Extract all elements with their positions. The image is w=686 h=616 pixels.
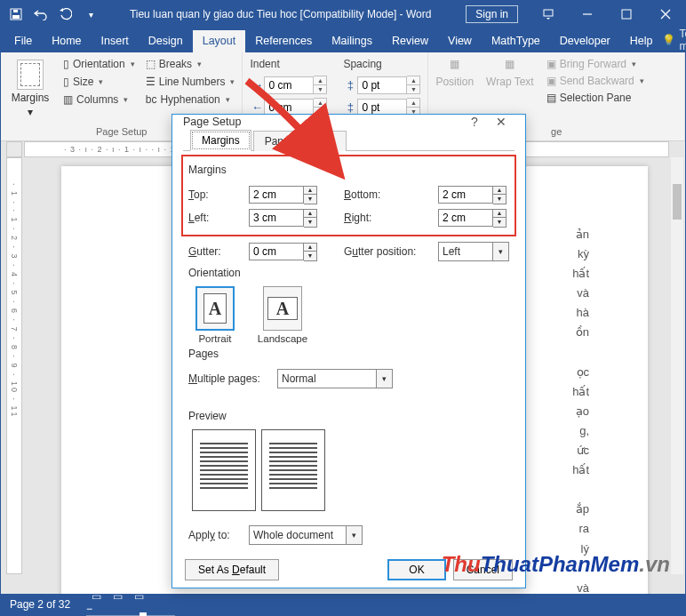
selection-pane-button[interactable]: ▤Selection Pane [546,92,644,104]
gutter-pos-label: Gutter position: [344,245,431,258]
maximize-icon[interactable] [607,1,646,28]
apply-to-label: Apply to: [188,529,242,541]
dialog-close-icon[interactable]: ✕ [488,115,514,129]
indent-label: Indent [250,58,327,70]
scroll-thumb[interactable] [673,184,682,220]
send-backward-button: ▣Send Backward▾ [546,75,644,87]
wrap-icon: ▦ [505,58,514,70]
undo-icon[interactable] [29,3,52,26]
tab-mathtype[interactable]: MathType [482,30,550,52]
margins-button[interactable]: Margins ▾ [8,56,52,118]
svg-rect-5 [622,10,631,19]
qat-customize-icon[interactable]: ▾ [79,3,102,26]
bring-forward-icon: ▣ [546,58,556,70]
ribbon-options-icon[interactable] [529,1,568,28]
set-default-button[interactable]: Set As Default [185,559,279,580]
minimize-icon[interactable] [568,1,607,28]
columns-icon: ▥ [63,93,73,106]
ribbon-tabs: File Home Insert Design Layout Reference… [1,28,685,52]
size-icon: ▯ [63,76,69,88]
bottom-input[interactable]: ▲▼ [438,186,507,204]
tab-insert[interactable]: Insert [92,30,139,52]
close-icon[interactable] [646,1,685,28]
save-icon[interactable] [4,3,28,26]
ruler-corner [6,141,22,157]
top-label: Top: [188,188,242,201]
landscape-option[interactable]: A Landscape [256,286,309,344]
tab-mailings[interactable]: Mailings [322,30,382,52]
indent-right-icon: ← [250,100,264,114]
multiple-pages-label: Multiple pages: [188,372,270,385]
selection-pane-icon: ▤ [546,92,556,104]
tab-view[interactable]: View [438,30,482,52]
breaks-button[interactable]: ⬚Breaks▾ [146,58,235,70]
window-title: Tieu luan quan ly giao duc Tieu hoc [Com… [106,8,455,20]
bring-forward-button: ▣Bring Forward▾ [546,58,644,70]
status-page[interactable]: Page 2 of 32 [10,598,70,611]
dialog-body: Margins Top: ▲▼ Bottom: ▲▼ Left: ▲▼ Righ… [172,151,525,550]
vertical-scrollbar[interactable] [671,157,683,574]
preview-page-2 [261,429,325,511]
dialog-tab-margins[interactable]: Margins [190,130,251,151]
margins-highlight: Margins Top: ▲▼ Bottom: ▲▼ Left: ▲▼ Righ… [181,155,516,236]
gutter-pos-combo[interactable]: Left▾ [438,242,509,261]
spacing-before-input[interactable]: ‡▲▼ [343,76,420,94]
gutter-input[interactable]: ▲▼ [249,243,317,261]
tab-layout[interactable]: Layout [193,30,246,52]
left-input[interactable]: ▲▼ [249,209,317,228]
columns-button[interactable]: ▥Columns▾ [63,93,135,106]
vertical-ruler[interactable]: · 1 · · 1 · 2 · 3 · 4 · 5 · 6 · 7 · 8 · … [6,157,22,574]
dialog-tab-layout[interactable]: Lay [307,131,347,151]
spacing-before-icon: ‡ [343,78,357,92]
size-button[interactable]: ▯Size▾ [63,76,135,88]
margins-section-label: Margins [188,164,509,176]
portrait-option[interactable]: A Portrait [188,286,242,344]
tab-help[interactable]: Help [620,30,663,52]
dialog-title: Page Setup [183,116,241,128]
top-input[interactable]: ▲▼ [249,186,317,204]
multiple-pages-combo[interactable]: Normal▾ [277,369,393,388]
apply-to-combo[interactable]: Whole document▾ [249,525,363,545]
watermark: ThuThuatPhanMem.vn [442,552,670,577]
tab-home[interactable]: Home [42,30,91,52]
ok-button[interactable]: OK [387,559,445,580]
print-layout-icon[interactable]: ▭ [108,590,127,603]
bottom-label: Bottom: [344,188,431,201]
sign-in-button[interactable]: Sign in [466,5,518,23]
wrap-text-button: ▦ [505,58,514,70]
tab-file[interactable]: File [4,30,42,52]
position-icon: ▦ [450,58,459,70]
preview-page-1 [192,429,256,511]
tell-me[interactable]: 💡Tell me [662,28,686,52]
read-mode-icon[interactable]: ▭ [86,590,106,603]
right-input[interactable]: ▲▼ [438,209,507,228]
right-label: Right: [344,212,431,224]
indent-left-input[interactable]: →▲▼ [250,76,327,94]
tab-developer[interactable]: Developer [550,30,620,52]
hyphenation-button[interactable]: bcHyphenation▾ [146,93,235,106]
dialog-titlebar: Page Setup ? ✕ [172,115,525,129]
zoom-out-icon[interactable]: − [86,603,92,615]
redo-icon[interactable] [54,3,77,26]
svg-rect-3 [544,10,553,16]
svg-rect-2 [13,10,18,12]
spacing-label: Spacing [343,58,420,70]
preview-area [188,429,509,511]
tab-review[interactable]: Review [382,30,438,52]
orientation-button[interactable]: ▯Orientation▾ [63,58,135,70]
preview-label: Preview [188,410,509,422]
dialog-help-icon[interactable]: ? [461,115,488,129]
tab-design[interactable]: Design [139,30,193,52]
window-controls [529,1,685,28]
send-backward-icon: ▣ [546,75,556,87]
web-layout-icon[interactable]: ▭ [129,590,148,603]
indent-left-icon: → [250,78,264,92]
dialog-tab-paper[interactable]: Paper [253,131,305,151]
hyphenation-icon: bc [146,93,157,106]
chevron-down-icon: ▾ [28,106,33,118]
tab-references[interactable]: References [245,30,322,52]
orientation-section-label: Orientation [188,267,509,279]
quick-access-toolbar: ▾ [1,3,106,26]
breaks-icon: ⬚ [146,58,156,70]
line-numbers-button[interactable]: ☰Line Numbers▾ [146,76,235,88]
